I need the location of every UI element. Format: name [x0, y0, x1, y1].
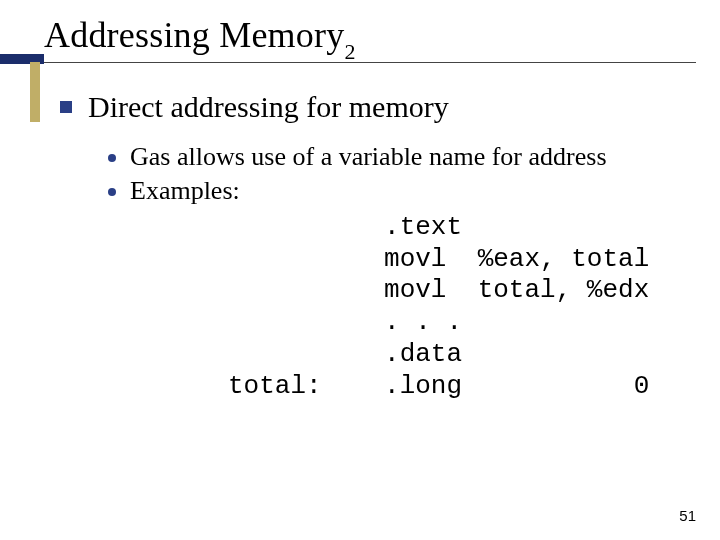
corner-ornament-vertical: [30, 62, 40, 122]
slide: Addressing Memory2 Direct addressing for…: [0, 0, 720, 540]
bullet-level2: Gas allows use of a variable name for ad…: [108, 142, 690, 172]
level1-text: Direct addressing for memory: [88, 90, 449, 124]
page-number: 51: [679, 507, 696, 524]
slide-body: Direct addressing for memory Gas allows …: [60, 90, 690, 402]
title-text: Addressing Memory: [44, 15, 344, 55]
slide-title: Addressing Memory2: [44, 14, 700, 61]
dot-bullet-icon: [108, 188, 116, 196]
level2-block: Gas allows use of a variable name for ad…: [108, 142, 690, 402]
level2-text-b: Examples:: [130, 176, 240, 206]
code-block: .text movl %eax, total movl total, %edx …: [228, 212, 690, 402]
title-subscript: 2: [344, 39, 355, 64]
title-underline: [44, 62, 696, 63]
level2-text-a: Gas allows use of a variable name for ad…: [130, 142, 607, 172]
square-bullet-icon: [60, 101, 72, 113]
bullet-level1: Direct addressing for memory: [60, 90, 690, 124]
bullet-level2: Examples:: [108, 176, 690, 206]
dot-bullet-icon: [108, 154, 116, 162]
